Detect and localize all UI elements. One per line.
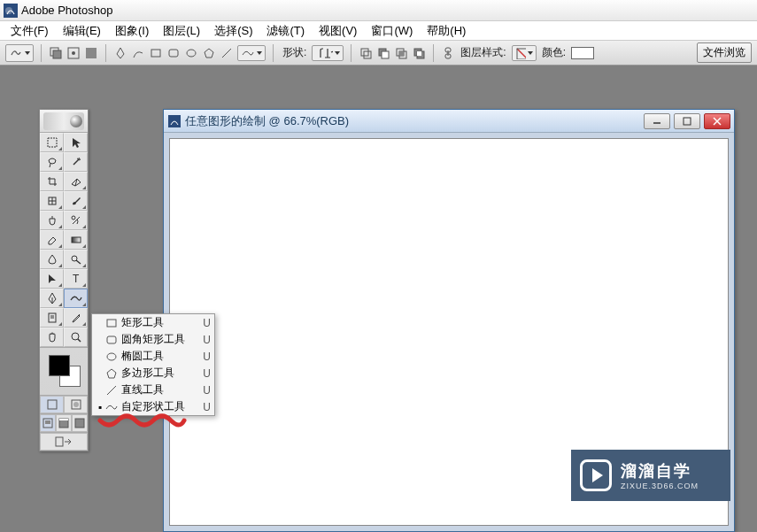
crop-tool[interactable] xyxy=(40,172,64,191)
menu-image[interactable]: 图象(I) xyxy=(108,21,156,41)
zoom-tool[interactable] xyxy=(64,328,88,347)
custom-shape-tool-indicator[interactable] xyxy=(5,44,34,62)
clone-stamp-tool[interactable] xyxy=(40,211,64,230)
maximize-button[interactable] xyxy=(674,113,700,129)
svg-point-45 xyxy=(73,402,79,407)
flyout-line-tool[interactable]: 直线工具 U xyxy=(92,382,214,398)
combine-add-icon[interactable] xyxy=(359,46,373,60)
blur-tool[interactable] xyxy=(40,250,64,269)
menu-file[interactable]: 文件(F) xyxy=(4,21,56,41)
screen-full-icon[interactable] xyxy=(72,414,88,432)
eraser-tool[interactable] xyxy=(40,230,64,250)
watermark-play-icon xyxy=(580,459,612,491)
color-picker[interactable] xyxy=(40,347,88,395)
freeform-pen-icon[interactable] xyxy=(131,46,145,60)
brush-tool[interactable] xyxy=(64,191,88,211)
menu-window[interactable]: 窗口(W) xyxy=(364,21,420,41)
menu-filter[interactable]: 滤镜(T) xyxy=(259,21,312,41)
rectangle-shape-icon[interactable] xyxy=(149,46,163,60)
flyout-item-key: U xyxy=(198,334,211,346)
menu-layer[interactable]: 图层(L) xyxy=(156,21,207,41)
flyout-ellipse-tool[interactable]: 椭圆工具 U xyxy=(92,348,214,365)
eyedropper-tool[interactable] xyxy=(64,308,88,328)
history-brush-tool[interactable] xyxy=(64,211,88,230)
svg-rect-50 xyxy=(75,419,84,428)
flyout-item-key: U xyxy=(198,367,211,380)
flyout-item-key: U xyxy=(198,401,211,413)
shape-tool-flyout: 矩形工具 U 圆角矩形工具 U 椭圆工具 U 多边形工具 U 直线工具 U ▪ … xyxy=(91,313,215,416)
file-browse-button[interactable]: 文件浏览 xyxy=(697,42,752,63)
flyout-rectangle-tool[interactable]: 矩形工具 U xyxy=(92,314,214,331)
svg-rect-18 xyxy=(399,51,404,56)
svg-point-9 xyxy=(187,50,196,57)
toolbox-header[interactable] xyxy=(40,110,88,133)
ellipse-icon xyxy=(104,350,119,364)
flyout-item-label: 圆角矩形工具 xyxy=(121,332,198,347)
paths-mode-icon[interactable] xyxy=(66,46,81,60)
svg-rect-43 xyxy=(48,400,57,409)
flyout-rounded-rectangle-tool[interactable]: 圆角矩形工具 U xyxy=(92,331,214,348)
options-bar: 形状: 图层样式: 颜色: 文件浏览 xyxy=(0,41,757,66)
type-tool[interactable]: T xyxy=(64,269,88,289)
move-tool[interactable] xyxy=(64,133,88,152)
watermark-main-text: 溜溜自学 xyxy=(621,460,699,482)
dodge-tool[interactable] xyxy=(64,250,88,269)
color-swatch[interactable] xyxy=(571,47,594,59)
flyout-item-label: 多边形工具 xyxy=(121,366,198,381)
watermark-sub-text: ZIXUE.3D66.COM xyxy=(621,482,699,490)
rounded-rect-shape-icon[interactable] xyxy=(166,46,181,60)
watermark-badge: 溜溜自学 ZIXUE.3D66.COM xyxy=(571,450,730,501)
custom-shape-tool[interactable] xyxy=(64,289,88,308)
svg-rect-12 xyxy=(361,49,368,56)
svg-rect-7 xyxy=(151,50,160,57)
shape-label: 形状: xyxy=(282,45,306,60)
quick-mask-mode-icon[interactable] xyxy=(64,396,88,413)
screen-standard-icon[interactable] xyxy=(40,414,56,432)
close-button[interactable] xyxy=(704,113,730,129)
layer-style-picker[interactable] xyxy=(512,45,537,61)
custom-shape-icon xyxy=(104,400,119,414)
svg-rect-21 xyxy=(417,51,421,56)
screen-full-menubar-icon[interactable] xyxy=(56,414,72,432)
foreground-color[interactable] xyxy=(49,355,70,376)
combine-subtract-icon[interactable] xyxy=(376,46,390,60)
combine-intersect-icon[interactable] xyxy=(394,46,408,60)
healing-brush-tool[interactable] xyxy=(40,191,64,211)
combine-exclude-icon[interactable] xyxy=(412,46,426,60)
menu-view[interactable]: 视图(V) xyxy=(312,21,364,41)
menu-help[interactable]: 帮助(H) xyxy=(420,21,473,41)
gradient-tool[interactable] xyxy=(64,230,88,250)
color-label: 颜色: xyxy=(542,45,566,60)
menu-select[interactable]: 选择(S) xyxy=(207,21,259,41)
svg-rect-51 xyxy=(56,437,63,446)
pen-tool-icon[interactable] xyxy=(113,46,127,60)
shape-layers-mode-icon[interactable] xyxy=(49,46,63,60)
line-shape-icon[interactable] xyxy=(220,46,234,60)
standard-mode-icon[interactable] xyxy=(40,396,64,413)
path-selection-tool[interactable] xyxy=(40,269,64,289)
ellipse-shape-icon[interactable] xyxy=(184,46,198,60)
flyout-polygon-tool[interactable]: 多边形工具 U xyxy=(92,365,214,382)
slice-tool[interactable] xyxy=(64,172,88,191)
fill-pixels-mode-icon[interactable] xyxy=(84,46,98,60)
menu-edit[interactable]: 编辑(E) xyxy=(56,21,108,41)
polygon-shape-icon[interactable] xyxy=(202,46,216,60)
svg-rect-6 xyxy=(86,48,97,58)
rounded-rectangle-icon xyxy=(104,333,119,347)
svg-rect-47 xyxy=(45,420,50,424)
notes-tool[interactable] xyxy=(40,308,64,328)
marquee-tool[interactable] xyxy=(40,133,64,152)
minimize-button[interactable] xyxy=(644,113,670,129)
shape-picker[interactable] xyxy=(312,45,344,61)
svg-rect-27 xyxy=(48,138,57,147)
document-title-bar[interactable]: 任意图形的绘制 @ 66.7%(RGB) xyxy=(164,110,734,133)
jump-to-imageready-icon[interactable] xyxy=(40,433,88,451)
svg-line-61 xyxy=(107,386,116,395)
lasso-tool[interactable] xyxy=(40,152,64,172)
magic-wand-tool[interactable] xyxy=(64,152,88,172)
svg-line-42 xyxy=(78,339,81,342)
hand-tool[interactable] xyxy=(40,328,64,347)
link-icon[interactable] xyxy=(441,46,455,60)
pen-tool[interactable] xyxy=(40,289,64,308)
custom-shape-select-icon[interactable] xyxy=(237,45,266,61)
